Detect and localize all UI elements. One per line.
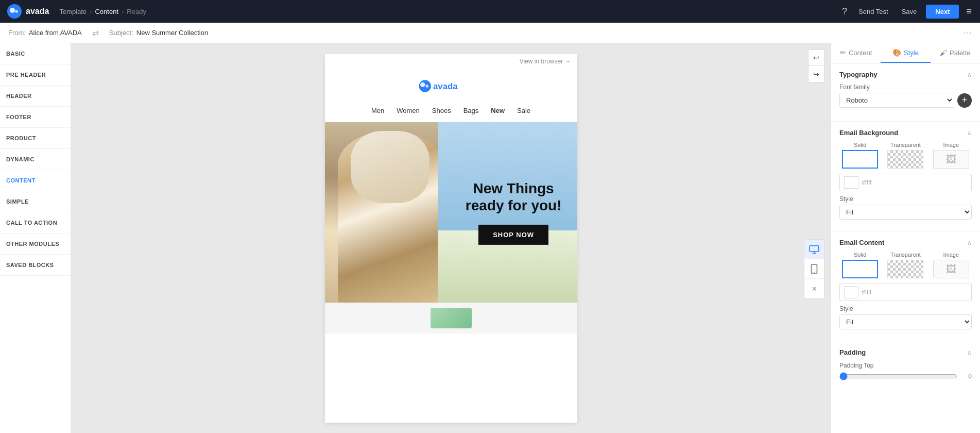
hero-cta-button[interactable]: SHOP NOW: [478, 225, 548, 245]
tab-style[interactable]: 🎨 Style: [881, 43, 930, 63]
ec-color-swatch[interactable]: [844, 286, 858, 298]
ec-image-option[interactable]: Image 🖼: [931, 252, 972, 278]
font-family-label: Font family: [839, 84, 972, 91]
bg-style-label: Style: [839, 195, 972, 203]
send-test-button[interactable]: Send Test: [854, 6, 892, 18]
sidebar-item-preheader[interactable]: PRE HEADER: [0, 64, 71, 86]
bg-color-input-row: [839, 174, 972, 191]
swap-icon[interactable]: ⇄: [92, 28, 99, 38]
padding-top-label: Padding Top: [839, 362, 874, 369]
expand-icon[interactable]: ⋯: [964, 28, 972, 38]
redo-button[interactable]: ↪: [808, 66, 824, 82]
padding-title: Padding: [839, 348, 866, 356]
bg-solid-label: Solid: [854, 142, 866, 148]
nav-men[interactable]: Men: [371, 107, 384, 114]
sidebar-item-content[interactable]: CONTENT: [0, 170, 71, 191]
view-in-browser[interactable]: View in browser →: [325, 54, 577, 69]
bg-style-select[interactable]: Fit Fill Repeat Center: [839, 205, 972, 220]
typography-chevron: ∧: [967, 71, 972, 78]
sidebar-item-call-to-action[interactable]: CALL TO ACTION: [0, 212, 71, 234]
bg-transparent-swatch[interactable]: [887, 150, 923, 169]
nav-sale[interactable]: Sale: [517, 107, 530, 114]
ec-transparent-swatch[interactable]: [887, 260, 923, 278]
ec-transparent-label: Transparent: [890, 252, 921, 258]
bg-image-swatch[interactable]: 🖼: [933, 150, 969, 169]
email-background-content: Solid Transparent Image 🖼: [831, 142, 980, 231]
tab-palette[interactable]: 🖌 Palette: [931, 43, 980, 63]
font-family-select[interactable]: Roboto Arial Helvetica Georgia Verdana: [839, 93, 954, 108]
padding-chevron: ∧: [967, 349, 972, 356]
help-button[interactable]: ?: [840, 4, 849, 19]
sidebar-item-header[interactable]: HEADER: [0, 86, 71, 107]
bg-solid-swatch[interactable]: [842, 150, 878, 169]
left-sidebar: BASIC PRE HEADER HEADER FOOTER PRODUCT D…: [0, 43, 71, 433]
right-panel: ✏ Content 🎨 Style 🖌 Palette Typography ∧: [831, 43, 980, 433]
undo-button[interactable]: ↩: [808, 49, 824, 66]
nav-women[interactable]: Women: [397, 107, 420, 114]
email-logo: avada: [325, 69, 577, 102]
subheader: From: Alice from AVADA ⇄ Subject: New Su…: [0, 23, 980, 43]
ec-style-row: Style Fit Fill Repeat Center: [839, 305, 972, 329]
sidebar-item-product[interactable]: PRODUCT: [0, 128, 71, 149]
email-content-section: Email Content ∧ Solid Transparent: [831, 231, 980, 341]
sidebar-item-simple[interactable]: SIMPLE: [0, 191, 71, 212]
nav-shoes[interactable]: Shoes: [432, 107, 451, 114]
sidebar-item-footer[interactable]: FOOTER: [0, 107, 71, 128]
main: BASIC PRE HEADER HEADER FOOTER PRODUCT D…: [0, 43, 980, 433]
email-background-section: Email Background ∧ Solid Transparent: [831, 122, 980, 231]
menu-button[interactable]: ≡: [964, 4, 974, 19]
bg-solid-option[interactable]: Solid: [839, 142, 881, 169]
bg-image-option[interactable]: Image 🖼: [931, 142, 972, 169]
canvas-toolbar: ↩ ↪: [808, 49, 824, 82]
typography-content: Font family Roboto Arial Helvetica Georg…: [831, 84, 980, 121]
ec-transparent-option[interactable]: Transparent: [885, 252, 926, 278]
font-family-field: Font family Roboto Arial Helvetica Georg…: [839, 84, 972, 108]
next-button[interactable]: Next: [926, 5, 959, 19]
save-button[interactable]: Save: [898, 6, 921, 18]
svg-text:avada: avada: [433, 81, 457, 91]
tab-content[interactable]: ✏ Content: [831, 43, 881, 63]
mobile-view-button[interactable]: [804, 259, 824, 279]
breadcrumb-template[interactable]: Template: [59, 8, 87, 15]
bg-transparent-option[interactable]: Transparent: [885, 142, 926, 169]
device-panel: ✕: [804, 239, 824, 299]
ec-image-label: Image: [943, 252, 959, 258]
sidebar-item-dynamic[interactable]: DYNAMIC: [0, 149, 71, 170]
ec-image-swatch[interactable]: 🖼: [933, 260, 969, 278]
ec-color-hex-input[interactable]: [862, 289, 892, 296]
sidebar-item-basic[interactable]: BASIC: [0, 43, 71, 64]
bg-color-hex-input[interactable]: [862, 179, 892, 186]
padding-section: Padding ∧ Padding Top 0: [831, 341, 980, 386]
sidebar-item-other-modules[interactable]: OTHER MODULES: [0, 234, 71, 255]
subheader-right: ⋯: [964, 28, 972, 38]
panel-tabs: ✏ Content 🎨 Style 🖌 Palette: [831, 43, 980, 63]
topbar-right: ? Send Test Save Next ≡: [840, 4, 974, 19]
ec-style-select[interactable]: Fit Fill Repeat Center: [839, 314, 972, 329]
email-preview[interactable]: View in browser → avada Men Women Shoes: [71, 43, 831, 433]
nav-bags[interactable]: Bags: [463, 107, 479, 114]
email-content-chevron: ∧: [967, 239, 972, 246]
add-font-button[interactable]: +: [957, 93, 972, 108]
canvas-area: ↩ ↪ ✕: [71, 43, 831, 433]
padding-header[interactable]: Padding ∧: [831, 341, 980, 361]
email-background-header[interactable]: Email Background ∧: [831, 122, 980, 142]
nav-new[interactable]: New: [491, 107, 505, 114]
sidebar-item-saved-blocks[interactable]: SAVED BLOCKS: [0, 255, 71, 276]
palette-icon: 🎨: [892, 48, 901, 57]
breadcrumb-content[interactable]: Content: [95, 8, 118, 15]
ec-solid-option[interactable]: Solid: [839, 252, 881, 278]
padding-top-value: 0: [961, 373, 972, 380]
close-preview-button[interactable]: ✕: [804, 279, 824, 298]
panel-body: Typography ∧ Font family Roboto Arial He…: [831, 63, 980, 433]
svg-point-1: [10, 8, 15, 13]
email-content-title: Email Content: [839, 239, 884, 246]
padding-top-slider[interactable]: [839, 372, 957, 380]
email-content-options-row: Solid Transparent Image 🖼: [839, 252, 972, 278]
bg-color-swatch[interactable]: [844, 176, 858, 189]
padding-slider-row: 0: [831, 372, 980, 386]
typography-header[interactable]: Typography ∧: [831, 63, 980, 84]
desktop-view-button[interactable]: [804, 240, 824, 259]
email-content-header[interactable]: Email Content ∧: [831, 231, 980, 252]
swatches-icon: 🖌: [940, 48, 947, 57]
ec-solid-swatch[interactable]: [842, 260, 878, 278]
